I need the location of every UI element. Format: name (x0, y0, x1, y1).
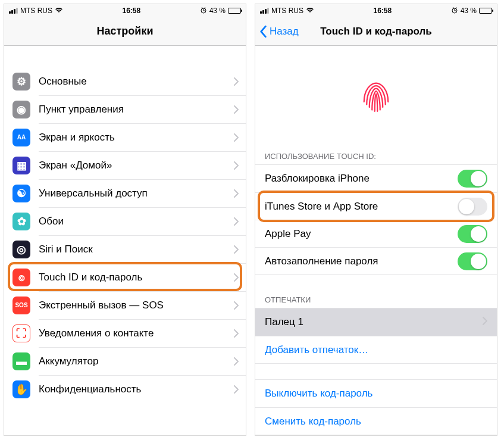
settings-row[interactable]: AAЭкран и яркость (4, 123, 246, 151)
settings-row-icon: ⌾ (12, 269, 30, 286)
toggle-label: Автозаполнение пароля (265, 255, 458, 267)
chevron-right-icon (234, 301, 239, 310)
settings-row-icon: ◎ (12, 241, 30, 258)
settings-row[interactable]: ⌾Touch ID и код-пароль (4, 263, 246, 291)
chevron-right-icon (234, 161, 239, 170)
chevron-right-icon (234, 357, 239, 366)
status-bar: MTS RUS 16:58 43 % (4, 4, 246, 17)
alarm-icon (451, 7, 458, 15)
settings-row-label: Экстренный вызов — SOS (39, 299, 234, 311)
chevron-right-icon (234, 77, 239, 86)
fingerprint-row[interactable]: Палец 1 (255, 308, 497, 336)
fingerprint-label: Палец 1 (265, 316, 483, 328)
settings-row-label: Конфиденциальность (39, 383, 234, 395)
chevron-right-icon (234, 245, 239, 254)
settings-row-icon: ◉ (12, 101, 30, 118)
settings-row-icon: ⚙ (12, 73, 30, 91)
fingerprints-group: Палец 1 Добавить отпечаток… (255, 308, 497, 364)
settings-row-label: Обои (39, 216, 234, 227)
section-header-usage: ИСПОЛЬЗОВАНИЕ TOUCH ID: (255, 147, 497, 164)
settings-row-icon: ▬ (12, 352, 30, 370)
settings-row-label: Уведомления о контакте (39, 327, 234, 339)
settings-row-icon: AA (12, 129, 30, 146)
passcode-action-row[interactable]: Выключить код-пароль (255, 380, 497, 407)
carrier-label: MTS RUS (20, 7, 52, 15)
touchid-content: ИСПОЛЬЗОВАНИЕ TOUCH ID: Разблокировка iP… (255, 46, 497, 435)
add-fingerprint-row[interactable]: Добавить отпечаток… (255, 336, 497, 363)
settings-row-icon: SOS (12, 297, 30, 314)
phone-settings: MTS RUS 16:58 43 % Настройки ⚙Основные◉П… (4, 4, 246, 436)
battery-pct: 43 % (209, 7, 226, 15)
signal-icon (9, 8, 18, 14)
settings-row-label: Пункт управления (39, 104, 234, 116)
action-label: Сменить код-пароль (265, 416, 487, 427)
settings-row-icon: ☯ (12, 185, 30, 202)
touchid-toggle-group: Разблокировка iPhoneiTunes Store и App S… (255, 164, 497, 275)
chevron-right-icon (234, 273, 239, 282)
signal-icon (260, 8, 269, 14)
status-time: 16:58 (122, 7, 140, 15)
toggle-switch[interactable] (458, 170, 487, 188)
battery-icon (479, 8, 492, 14)
page-title: Настройки (97, 25, 154, 38)
settings-row-label: Siri и Поиск (39, 244, 234, 255)
settings-row-label: Универсальный доступ (39, 188, 234, 199)
touchid-toggle-row: Apple Pay (255, 220, 497, 247)
passcode-actions-group: Выключить код-парольСменить код-пароль (255, 379, 497, 435)
settings-list-container: ⚙Основные◉Пункт управленияAAЭкран и ярко… (4, 46, 246, 435)
alarm-icon (200, 7, 207, 15)
section-header-fingerprints: ОТПЕЧАТКИ (255, 291, 497, 308)
settings-row[interactable]: ▬Аккумулятор (4, 347, 246, 375)
chevron-right-icon (234, 385, 239, 394)
toggle-switch[interactable] (458, 252, 487, 270)
chevron-right-icon (234, 133, 239, 142)
battery-icon (228, 8, 241, 14)
fingerprint-icon (355, 75, 397, 118)
settings-row-icon: ✿ (12, 213, 30, 230)
status-time: 16:58 (373, 7, 392, 15)
navbar: Настройки (4, 17, 246, 46)
chevron-left-icon (259, 25, 267, 38)
page-title: Touch ID и код-пароль (320, 26, 432, 38)
settings-row[interactable]: ⚙Основные (4, 67, 246, 95)
back-button[interactable]: Назад (259, 17, 299, 45)
toggle-label: Apple Pay (265, 228, 458, 240)
settings-row-label: Основные (39, 76, 234, 88)
settings-row-label: Экран и яркость (39, 132, 234, 143)
settings-row[interactable]: ☯Универсальный доступ (4, 179, 246, 207)
toggle-switch[interactable] (458, 225, 487, 243)
action-label: Выключить код-пароль (265, 388, 487, 400)
settings-row-icon: ⛶ (12, 324, 30, 342)
toggle-switch[interactable] (458, 198, 487, 216)
settings-row[interactable]: ▦Экран «Домой» (4, 151, 246, 179)
phone-touchid: MTS RUS 16:58 43 % Назад Touch ID и код-… (255, 4, 497, 436)
settings-row[interactable]: SOSЭкстренный вызов — SOS (4, 291, 246, 319)
settings-row-label: Touch ID и код-пароль (39, 272, 234, 283)
settings-row[interactable]: ✿Обои (4, 207, 246, 235)
passcode-action-row[interactable]: Сменить код-пароль (255, 407, 497, 435)
settings-row[interactable]: ⛶Уведомления о контакте (4, 319, 246, 347)
settings-row[interactable]: ✋Конфиденциальность (4, 375, 246, 403)
navbar: Назад Touch ID и код-пароль (255, 17, 497, 46)
settings-row-label: Экран «Домой» (39, 160, 234, 171)
back-label: Назад (270, 26, 299, 38)
battery-pct: 43 % (461, 7, 477, 15)
touchid-toggle-row: iTunes Store и App Store (255, 192, 497, 220)
toggle-label: Разблокировка iPhone (265, 173, 458, 185)
chevron-right-icon (234, 329, 239, 338)
chevron-right-icon (483, 317, 487, 327)
add-fingerprint-label: Добавить отпечаток… (265, 344, 487, 356)
chevron-right-icon (234, 217, 239, 226)
settings-row[interactable]: ◉Пункт управления (4, 95, 246, 123)
wifi-icon (55, 7, 63, 15)
settings-row[interactable]: ◎Siri и Поиск (4, 235, 246, 263)
chevron-right-icon (234, 105, 239, 114)
settings-row-icon: ✋ (12, 380, 30, 398)
carrier-label: MTS RUS (271, 7, 303, 15)
settings-row-label: Аккумулятор (39, 355, 234, 367)
wifi-icon (306, 7, 314, 15)
touchid-toggle-row: Разблокировка iPhone (255, 165, 497, 192)
settings-list: ⚙Основные◉Пункт управленияAAЭкран и ярко… (4, 67, 246, 403)
fingerprint-hero (255, 46, 497, 147)
touchid-toggle-row: Автозаполнение пароля (255, 247, 497, 274)
